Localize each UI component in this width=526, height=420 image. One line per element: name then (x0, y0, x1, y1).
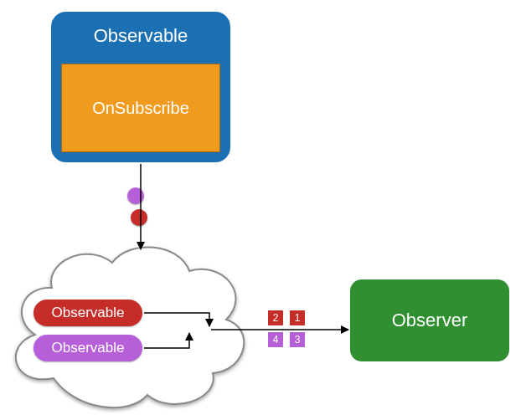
emission-chip: 1 (290, 310, 305, 325)
emission-chip: 4 (268, 332, 283, 347)
onsubscribe-label: OnSubscribe (92, 99, 189, 118)
emission-chip: 2 (268, 310, 283, 325)
onsubscribe-box: OnSubscribe (61, 64, 220, 152)
emission-chip: 3 (290, 332, 305, 347)
emission-dot-red (131, 209, 147, 226)
diagram-stage: Observable OnSubscribe Observable Observ… (0, 0, 526, 420)
observable-box: Observable OnSubscribe (51, 12, 230, 162)
inner-observable-red: Observable (34, 300, 142, 326)
inner-observable-purple: Observable (34, 335, 142, 361)
observable-title: Observable (94, 25, 188, 47)
inner-observable-label: Observable (52, 340, 125, 356)
observer-box: Observer (350, 279, 509, 361)
emission-dot-purple (127, 187, 144, 204)
inner-observable-label: Observable (52, 305, 125, 321)
observer-label: Observer (392, 310, 467, 331)
